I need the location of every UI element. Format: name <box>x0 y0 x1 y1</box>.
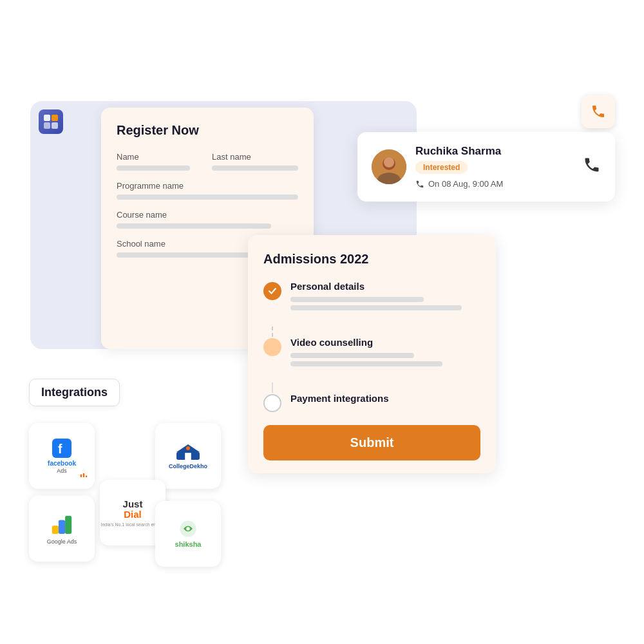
step-personal-details: Personal details <box>263 281 480 314</box>
submit-button[interactable]: Submit <box>263 425 480 460</box>
svg-point-13 <box>186 446 190 450</box>
step-payment: Payment integrations <box>263 393 480 412</box>
avatar <box>372 149 406 184</box>
step-video-content: Video counselling <box>290 337 480 370</box>
phone-icon <box>583 156 601 178</box>
register-title: Register Now <box>117 123 298 138</box>
lastname-group: Last name <box>212 152 298 171</box>
svg-rect-0 <box>44 115 50 121</box>
name-group: Name <box>117 152 203 171</box>
call-button[interactable] <box>582 95 615 128</box>
course-label: Course name <box>117 210 298 220</box>
name-label: Name <box>117 152 203 162</box>
step-connector-2 <box>272 383 273 393</box>
svg-rect-19 <box>65 516 71 534</box>
app-icon <box>39 109 63 134</box>
fb-text: facebook <box>48 460 76 467</box>
name-row: Name Last name <box>117 152 298 171</box>
bar2 <box>290 305 462 310</box>
step-connector-1 <box>272 327 273 337</box>
admissions-title: Admissions 2022 <box>263 252 480 267</box>
svg-text:f: f <box>58 441 62 455</box>
bar1 <box>290 297 424 302</box>
facebook-ads-icon[interactable]: f facebook Ads <box>29 423 95 489</box>
cd-text: CollegeDekho <box>169 463 207 469</box>
programme-label: Programme name <box>117 181 298 191</box>
lastname-bar <box>212 166 298 171</box>
call-time: On 08 Aug, 9:00 AM <box>415 179 574 189</box>
course-group: Course name <box>117 210 298 229</box>
bar3 <box>290 353 414 358</box>
svg-rect-1 <box>52 115 58 121</box>
contact-info: Ruchika Sharma Interested On 08 Aug, 9:0… <box>415 145 574 189</box>
shiksha-icon[interactable]: shiksha <box>155 501 221 567</box>
jd-text: JustDial <box>123 499 143 520</box>
call-time-text: On 08 Aug, 9:00 AM <box>428 179 503 189</box>
svg-point-7 <box>384 157 394 167</box>
step-video-counselling: Video counselling <box>263 337 480 370</box>
google-ads-icon[interactable]: Google Ads <box>29 496 95 562</box>
step-icon-completed <box>263 282 281 300</box>
step-personal-title: Personal details <box>290 281 480 292</box>
step-video-title: Video counselling <box>290 337 480 348</box>
programme-group: Programme name <box>117 181 298 200</box>
svg-rect-17 <box>52 526 59 534</box>
programme-bar <box>117 194 298 200</box>
bar4 <box>290 361 442 366</box>
step-payment-title: Payment integrations <box>290 393 480 404</box>
integrations-label: Integrations <box>29 379 120 406</box>
college-dekho-icon[interactable]: CollegeDekho <box>155 423 221 489</box>
step-payment-content: Payment integrations <box>290 393 480 409</box>
step-icon-pending <box>263 338 281 356</box>
contact-card: Ruchika Sharma Interested On 08 Aug, 9:0… <box>357 132 615 202</box>
step-personal-content: Personal details <box>290 281 480 314</box>
name-bar <box>117 166 190 171</box>
svg-rect-2 <box>44 122 50 129</box>
status-badge: Interested <box>415 161 468 174</box>
svg-point-15 <box>186 527 190 531</box>
course-bar <box>117 223 271 229</box>
shiksha-text: shiksha <box>175 540 202 548</box>
svg-rect-12 <box>185 453 191 460</box>
school-bar <box>117 252 253 258</box>
svg-rect-18 <box>59 520 65 534</box>
svg-rect-3 <box>52 122 58 129</box>
fb-ads-text: Ads <box>57 468 67 474</box>
step-icon-empty <box>263 394 281 412</box>
google-ads-text: Google Ads <box>47 538 77 545</box>
lastname-label: Last name <box>212 152 298 162</box>
admissions-card: Admissions 2022 Personal details Video c… <box>248 235 496 473</box>
contact-name: Ruchika Sharma <box>415 145 574 158</box>
